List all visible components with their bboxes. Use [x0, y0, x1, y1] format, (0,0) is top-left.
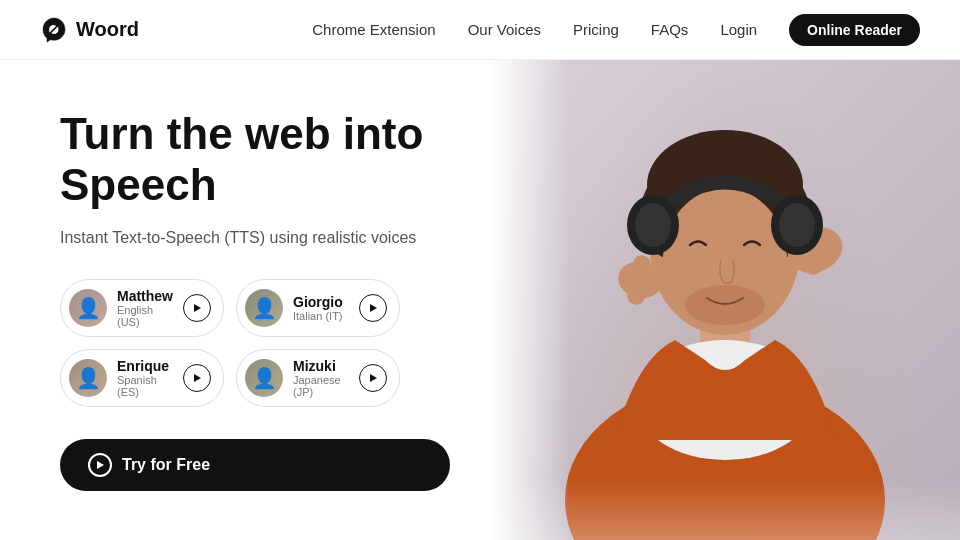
header: Woord Chrome Extension Our Voices Pricin…: [0, 0, 960, 60]
online-reader-button[interactable]: Online Reader: [789, 14, 920, 46]
logo-text: Woord: [76, 18, 139, 41]
voice-name-matthew: Matthew: [117, 288, 173, 304]
svg-marker-2: [194, 374, 201, 382]
voice-card-mizuki[interactable]: Mizuki Japanese (JP): [236, 349, 400, 407]
play-button-matthew[interactable]: [183, 294, 211, 322]
main-content: Turn the web into Speech Instant Text-to…: [0, 60, 960, 540]
svg-point-21: [779, 203, 815, 247]
voice-lang-mizuki: Japanese (JP): [293, 374, 349, 398]
nav-pricing[interactable]: Pricing: [573, 21, 619, 38]
voice-card-matthew[interactable]: Matthew English (US): [60, 279, 224, 337]
voice-card-giorgio[interactable]: Giorgio Italian (IT): [236, 279, 400, 337]
voice-info-mizuki: Mizuki Japanese (JP): [293, 358, 349, 398]
logo[interactable]: Woord: [40, 16, 139, 44]
voice-lang-matthew: English (US): [117, 304, 173, 328]
woord-logo-icon: [40, 16, 68, 44]
nav-login[interactable]: Login: [720, 21, 757, 38]
play-button-enrique[interactable]: [183, 364, 211, 392]
left-panel: Turn the web into Speech Instant Text-to…: [0, 60, 490, 540]
avatar-matthew: [69, 289, 107, 327]
voice-name-giorgio: Giorgio: [293, 294, 349, 310]
voice-lang-enrique: Spanish (ES): [117, 374, 173, 398]
play-button-mizuki[interactable]: [359, 364, 387, 392]
svg-point-13: [685, 285, 765, 325]
voice-name-mizuki: Mizuki: [293, 358, 349, 374]
voice-info-giorgio: Giorgio Italian (IT): [293, 294, 349, 322]
hero-illustration: [490, 60, 960, 540]
svg-marker-3: [370, 374, 377, 382]
svg-marker-4: [97, 461, 104, 469]
play-button-giorgio[interactable]: [359, 294, 387, 322]
nav-faqs[interactable]: FAQs: [651, 21, 689, 38]
voice-lang-giorgio: Italian (IT): [293, 310, 349, 322]
avatar-mizuki: [245, 359, 283, 397]
avatar-enrique: [69, 359, 107, 397]
try-play-icon: [88, 453, 112, 477]
right-panel: [490, 60, 960, 540]
hero-subtitle: Instant Text-to-Speech (TTS) using reali…: [60, 229, 450, 247]
avatar-giorgio: [245, 289, 283, 327]
voice-info-enrique: Enrique Spanish (ES): [117, 358, 173, 398]
nav-chrome-extension[interactable]: Chrome Extension: [312, 21, 435, 38]
try-button-label: Try for Free: [122, 456, 210, 474]
voice-info-matthew: Matthew English (US): [117, 288, 173, 328]
hero-person-svg: [535, 60, 915, 540]
try-for-free-button[interactable]: Try for Free: [60, 439, 450, 491]
svg-point-19: [635, 203, 671, 247]
hero-title: Turn the web into Speech: [60, 109, 450, 210]
svg-marker-1: [370, 304, 377, 312]
voice-card-enrique[interactable]: Enrique Spanish (ES): [60, 349, 224, 407]
voice-grid: Matthew English (US) Giorgio Italian (IT…: [60, 279, 400, 407]
svg-marker-0: [194, 304, 201, 312]
main-nav: Chrome Extension Our Voices Pricing FAQs…: [312, 14, 920, 46]
nav-our-voices[interactable]: Our Voices: [468, 21, 541, 38]
voice-name-enrique: Enrique: [117, 358, 173, 374]
